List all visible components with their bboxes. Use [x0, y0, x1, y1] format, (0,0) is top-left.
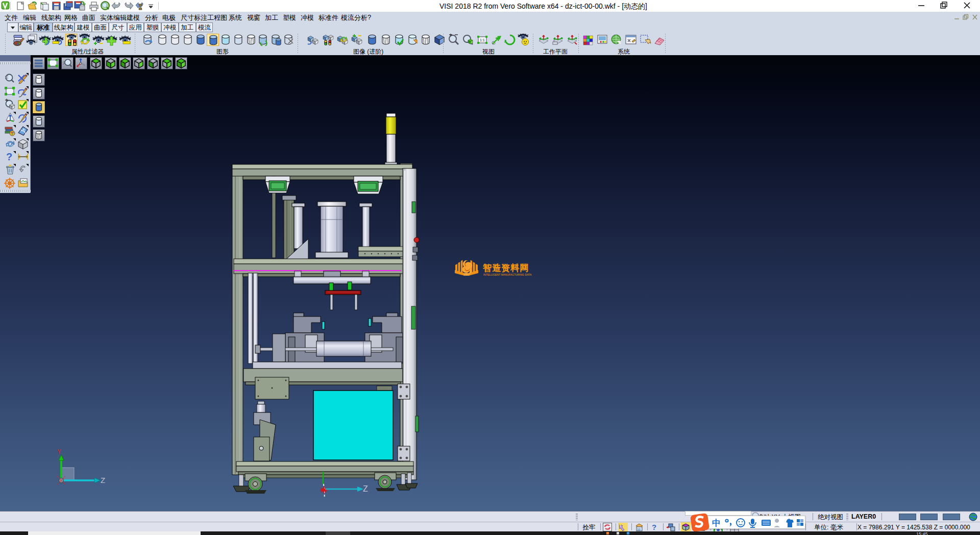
- svg-text:1:1: 1:1: [480, 38, 485, 42]
- svg-text:智造资料网: 智造资料网: [482, 263, 529, 273]
- svg-text:10: 10: [637, 528, 641, 531]
- svg-text:Z: Z: [363, 484, 368, 493]
- svg-text:Z: Z: [101, 476, 105, 484]
- svg-text:Y: Y: [57, 448, 61, 456]
- svg-text:中: 中: [712, 518, 721, 528]
- svg-text:?: ?: [6, 151, 12, 162]
- svg-text:INTELLIGENT MANUFACTURING DATA: INTELLIGENT MANUFACTURING DATA: [483, 273, 532, 276]
